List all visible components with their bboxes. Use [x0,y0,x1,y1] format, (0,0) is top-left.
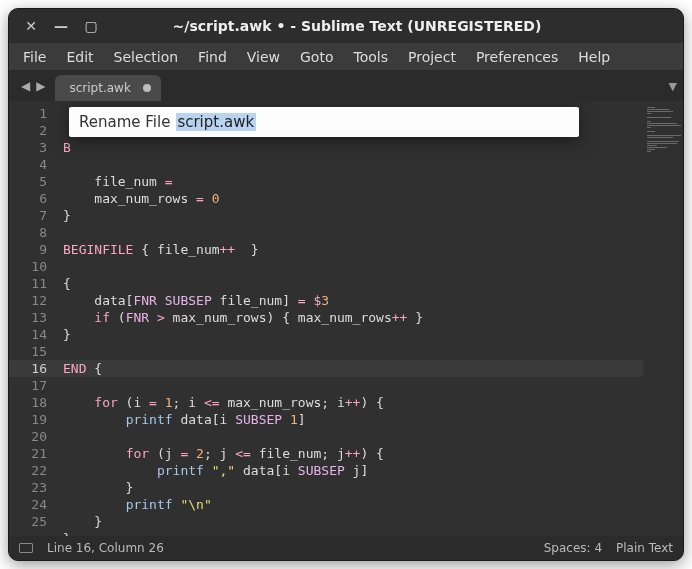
code-editor[interactable]: B file_num = max_num_rows = 0 } BEGINFIL… [57,101,643,536]
tabbar: ◀ ▶ script.awk ▼ [9,71,683,101]
line-number: 19 [9,411,47,428]
line-number: 5 [9,173,47,190]
statusbar: Line 16, Column 26 Spaces: 4 Plain Text [9,536,683,560]
maximize-icon[interactable]: ▢ [83,18,99,34]
menu-goto[interactable]: Goto [290,45,343,69]
menu-view[interactable]: View [237,45,290,69]
menu-project[interactable]: Project [398,45,466,69]
menubar: File Edit Selection Find View Goto Tools… [9,43,683,71]
line-number: 18 [9,394,47,411]
gutter: 1 2 3 4 5 6 7 8 9 10 11 12 13 14 15 16 1… [9,101,57,536]
line-number: 2 [9,122,47,139]
close-icon[interactable]: ✕ [23,18,39,34]
line-number: 14 [9,326,47,343]
panel-switcher-icon[interactable] [19,543,33,553]
menu-file[interactable]: File [13,45,56,69]
minimap[interactable] [643,101,683,536]
menu-selection[interactable]: Selection [104,45,189,69]
line-number: 12 [9,292,47,309]
nav-back-icon[interactable]: ◀ [19,79,32,93]
titlebar: ✕ — ▢ ~/script.awk • - Sublime Text (UNR… [9,9,683,43]
editor-area: Rename File script.awk 1 2 3 4 5 6 7 8 9… [9,101,683,536]
line-number: 25 [9,513,47,530]
tab-script-awk[interactable]: script.awk [55,75,160,101]
line-number: 9 [9,241,47,258]
status-syntax[interactable]: Plain Text [616,541,673,555]
status-spaces[interactable]: Spaces: 4 [544,541,602,555]
line-number: 13 [9,309,47,326]
line-number: 4 [9,156,47,173]
app-window: ✕ — ▢ ~/script.awk • - Sublime Text (UNR… [8,8,684,561]
tab-dropdown-icon[interactable]: ▼ [669,80,677,93]
menu-tools[interactable]: Tools [343,45,398,69]
line-number: 3 [9,139,47,156]
minimize-icon[interactable]: — [53,18,69,34]
window-controls: ✕ — ▢ [17,18,99,34]
line-number: 7 [9,207,47,224]
window-title: ~/script.awk • - Sublime Text (UNREGISTE… [99,18,615,34]
line-number: 23 [9,479,47,496]
line-number: 10 [9,258,47,275]
line-number: 11 [9,275,47,292]
status-position[interactable]: Line 16, Column 26 [47,541,164,555]
line-number: 8 [9,224,47,241]
line-number: 20 [9,428,47,445]
line-number: 22 [9,462,47,479]
minimap-content [647,107,679,152]
line-number: 6 [9,190,47,207]
code-content: B file_num = max_num_rows = 0 } BEGINFIL… [63,139,643,536]
line-number: 1 [9,105,47,122]
dirty-indicator-icon [143,84,151,92]
line-number: 17 [9,377,47,394]
rename-file-label: Rename File [79,113,170,131]
line-number: 21 [9,445,47,462]
menu-preferences[interactable]: Preferences [466,45,568,69]
nav-forward-icon[interactable]: ▶ [34,79,47,93]
rename-file-overlay: Rename File script.awk [69,107,579,137]
menu-help[interactable]: Help [568,45,620,69]
nav-arrows: ◀ ▶ [13,71,53,101]
tab-label: script.awk [69,81,130,95]
line-number: 15 [9,343,47,360]
menu-find[interactable]: Find [188,45,237,69]
menu-edit[interactable]: Edit [56,45,103,69]
line-number: 24 [9,496,47,513]
rename-file-input[interactable]: script.awk [176,113,256,131]
